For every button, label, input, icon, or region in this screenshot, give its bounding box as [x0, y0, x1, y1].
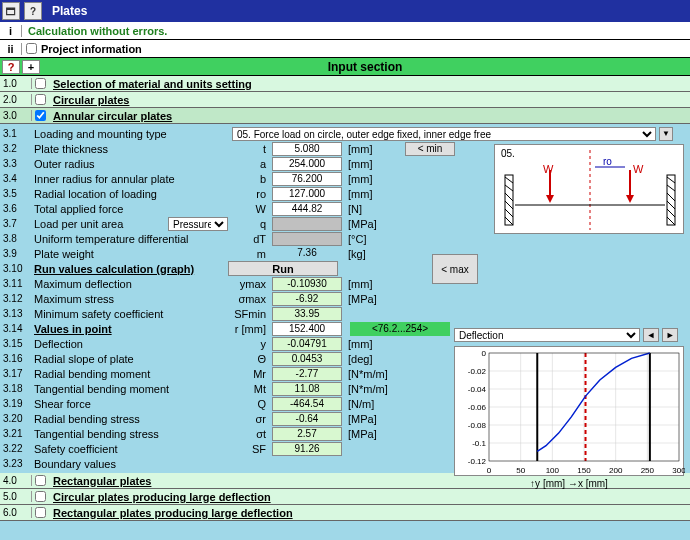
row-label: Total applied force [32, 203, 232, 215]
section-4-checkbox[interactable] [35, 475, 46, 486]
row-num: 3.1 [0, 128, 32, 139]
svg-text:W: W [543, 163, 554, 175]
section-6-label: Rectangular plates producing large defle… [49, 507, 293, 519]
inner-radius-input[interactable] [272, 172, 342, 186]
section-row-3[interactable]: 3.0 Annular circular plates [0, 108, 690, 124]
svg-text:ro: ro [603, 156, 612, 167]
row-num: 3.2 [0, 143, 32, 154]
svg-line-14 [667, 209, 675, 217]
row-sym: ymax [232, 278, 272, 290]
radial-location-input[interactable] [272, 187, 342, 201]
section-1-checkbox[interactable] [35, 78, 46, 89]
min-button[interactable]: < min [405, 142, 455, 156]
row-label: Outer radius [32, 158, 232, 170]
section-2-checkbox[interactable] [35, 94, 46, 105]
row-label: Maximum deflection [32, 278, 232, 290]
section-6-checkbox[interactable] [35, 507, 46, 518]
section-row-6[interactable]: 6.0 Rectangular plates producing large d… [0, 505, 690, 521]
row-sym: Θ [232, 353, 272, 365]
plot-svg: 0501001502002503000-0.02-0.04-0.06-0.08-… [455, 347, 685, 477]
plot-variable-dropdown[interactable]: Deflection [454, 328, 640, 342]
row-unit: [N*m/m] [342, 368, 397, 380]
row-run: 3.10 Run values calculation (graph) Run [0, 261, 690, 276]
scroll-left-icon[interactable]: ◄ [643, 328, 659, 342]
scroll-right-icon[interactable]: ► [662, 328, 678, 342]
help-icon[interactable]: ? [24, 2, 42, 20]
tab-plus[interactable]: + [22, 60, 40, 74]
row-num: 3.11 [0, 278, 32, 289]
row-max-deflection: 3.11 Maximum deflection ymax -0.10930 [m… [0, 276, 690, 291]
row-sym: ro [232, 188, 272, 200]
row-label: Minimum safety coefficient [32, 308, 232, 320]
total-force-input[interactable] [272, 202, 342, 216]
deflection-plot: 0501001502002503000-0.02-0.04-0.06-0.08-… [454, 346, 684, 476]
svg-text:250: 250 [641, 466, 655, 475]
row-sym: W [232, 203, 272, 215]
row-num: 3.9 [0, 248, 32, 259]
row-plate-weight: 3.9 Plate weight m 7.36 [kg] [0, 246, 690, 261]
row-sym: σr [232, 413, 272, 425]
row-num: 3.21 [0, 428, 32, 439]
app-icon[interactable]: 🗔 [2, 2, 20, 20]
section-row-2[interactable]: 2.0 Circular plates [0, 92, 690, 108]
row-unit: [mm] [342, 158, 397, 170]
run-button[interactable]: Run [228, 261, 338, 276]
diagram-svg: W W ro [495, 145, 685, 235]
svg-text:-0.08: -0.08 [468, 421, 487, 430]
svg-line-4 [505, 185, 513, 191]
row-sym: Q [232, 398, 272, 410]
max-deflection-value: -0.10930 [272, 277, 342, 291]
status-row-ii: ii Project information [0, 40, 690, 58]
project-info-checkbox[interactable] [26, 43, 37, 54]
row-unit: [kg] [342, 248, 397, 260]
diagram-label: 05. [501, 148, 515, 159]
row-num: 3.10 [0, 263, 32, 274]
row-label: Radial location of loading [32, 188, 232, 200]
svg-text:300: 300 [672, 466, 685, 475]
tangential-stress-value: 2.57 [272, 427, 342, 441]
row-unit: [N] [342, 203, 397, 215]
row-sym: Mr [232, 368, 272, 380]
point-r-input[interactable] [272, 322, 342, 336]
loading-type-dropdown[interactable]: 05. Force load on circle, outer edge fix… [232, 127, 656, 141]
plot-axis-label: ↑y [mm] →x [mm] [454, 478, 684, 492]
row-sym: dT [232, 233, 272, 245]
radial-slope-value: 0.0453 [272, 352, 342, 366]
section-5-label: Circular plates producing large deflecti… [49, 491, 271, 503]
section-row-1[interactable]: 1.0 Selection of material and units sett… [0, 76, 690, 92]
svg-line-3 [505, 177, 513, 183]
input-section-header: ? + Input section [0, 58, 690, 76]
svg-line-10 [667, 177, 675, 183]
row-label: Uniform temperature differential [32, 233, 232, 245]
svg-text:200: 200 [609, 466, 623, 475]
tab-question[interactable]: ? [2, 60, 20, 74]
row-label: Inner radius for annular plate [32, 173, 232, 185]
section-2-label: Circular plates [49, 94, 129, 106]
row-label: Values in point [32, 323, 232, 335]
outer-radius-input[interactable] [272, 157, 342, 171]
section-5-checkbox[interactable] [35, 491, 46, 502]
section-3-checkbox[interactable] [35, 110, 46, 121]
svg-text:0: 0 [487, 466, 492, 475]
row-unit: [MPa] [342, 293, 397, 305]
row-num: 3.20 [0, 413, 32, 424]
row-label: Boundary values [32, 458, 232, 470]
row-num: 3.17 [0, 368, 32, 379]
max-button[interactable]: < max [432, 254, 478, 284]
section-num: 3.0 [0, 110, 32, 121]
row-sym: σt [232, 428, 272, 440]
row-unit: [mm] [342, 338, 397, 350]
row-label: Radial slope of plate [32, 353, 232, 365]
section-4-label: Rectangular plates [49, 475, 151, 487]
row-sym: q [232, 218, 272, 230]
min-safety-value: 33.95 [272, 307, 342, 321]
load-diagram: 05. W W ro [494, 144, 684, 234]
row-num: 3.18 [0, 383, 32, 394]
section-3-label: Annular circular plates [49, 110, 172, 122]
row-unit: [MPa] [342, 413, 397, 425]
shear-force-value: -464.54 [272, 397, 342, 411]
dropdown-arrow-icon[interactable]: ▼ [659, 127, 673, 141]
load-type-dropdown[interactable]: Pressure [168, 217, 228, 231]
status-idx-i: i [0, 25, 22, 37]
plate-thickness-input[interactable] [272, 142, 342, 156]
